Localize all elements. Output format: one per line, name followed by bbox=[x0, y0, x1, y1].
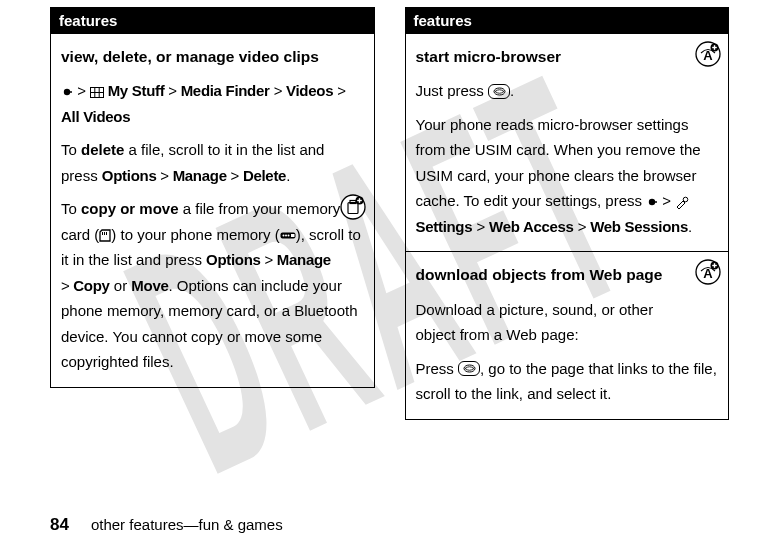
nav-mystuff: My Stuff bbox=[108, 82, 169, 99]
svg-point-26 bbox=[649, 199, 655, 205]
right-cell-download: A download objects from Web page Downloa… bbox=[405, 252, 730, 419]
browser-key-icon bbox=[488, 84, 510, 99]
page-footer: 84other features—fun & games bbox=[50, 515, 283, 535]
operator-a-plus-icon: A bbox=[695, 259, 721, 293]
card-icon bbox=[99, 229, 111, 242]
svg-point-18 bbox=[287, 235, 289, 237]
sep: > bbox=[77, 82, 89, 99]
sep3: > bbox=[274, 82, 286, 99]
nav-path: > My Stuff > Media Finder > Videos > All… bbox=[61, 78, 364, 129]
tools-icon bbox=[675, 196, 689, 209]
svg-rect-19 bbox=[291, 234, 295, 237]
cell-title: download objects from Web page bbox=[416, 262, 719, 288]
footer-text: other features—fun & games bbox=[91, 516, 283, 533]
press-line: Just press . bbox=[416, 78, 719, 104]
center-key-icon bbox=[61, 86, 73, 98]
browser-key-icon bbox=[458, 361, 480, 376]
page-number: 84 bbox=[50, 515, 69, 534]
svg-point-16 bbox=[282, 235, 284, 237]
nav-allvideos: All Videos bbox=[61, 108, 130, 125]
right-table-header: features bbox=[405, 7, 730, 34]
download-p2: Press , go to the page that links to the… bbox=[416, 356, 719, 407]
cell-title: view, delete, or manage video clips bbox=[61, 44, 364, 70]
download-p1: Download a picture, sound, or other obje… bbox=[416, 297, 719, 348]
left-column: features view, delete, or manage video c… bbox=[50, 7, 375, 420]
left-cell-video: view, delete, or manage video clips > My… bbox=[50, 34, 375, 388]
nav-videos: Videos bbox=[286, 82, 333, 99]
svg-point-1 bbox=[70, 91, 72, 93]
right-column: features A start micro-browser Just pres… bbox=[405, 7, 730, 420]
memory-card-plus-icon bbox=[340, 194, 366, 228]
svg-point-0 bbox=[64, 89, 70, 95]
grid-icon bbox=[90, 87, 104, 98]
right-cell-browser: A start micro-browser Just press . Your … bbox=[405, 34, 730, 252]
browser-settings-paragraph: Your phone reads micro-browser settings … bbox=[416, 112, 719, 240]
left-table-header: features bbox=[50, 7, 375, 34]
delete-paragraph: To delete a file, scroll to it in the li… bbox=[61, 137, 364, 188]
cell-title: start micro-browser bbox=[416, 44, 719, 70]
nav-mediafinder: Media Finder bbox=[181, 82, 270, 99]
content-columns: features view, delete, or manage video c… bbox=[0, 0, 759, 420]
sep4: > bbox=[337, 82, 345, 99]
center-key-icon bbox=[646, 196, 658, 208]
svg-point-17 bbox=[285, 235, 287, 237]
operator-a-plus-icon: A bbox=[695, 41, 721, 75]
sep2: > bbox=[168, 82, 180, 99]
phone-memory-icon bbox=[280, 230, 296, 241]
copy-move-paragraph: To copy or move a file from your memory … bbox=[61, 196, 364, 375]
svg-point-28 bbox=[683, 197, 688, 202]
svg-point-27 bbox=[655, 201, 657, 203]
